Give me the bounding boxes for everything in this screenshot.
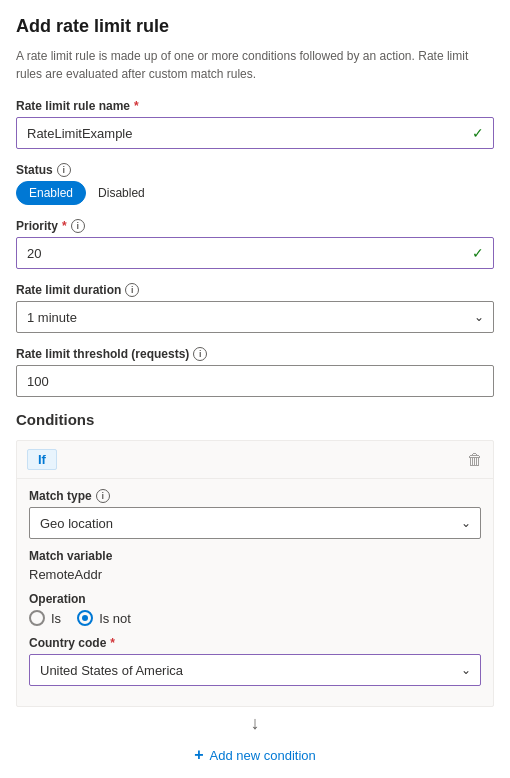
condition-body: Match type i Geo location IP address Req…: [17, 479, 493, 706]
rule-name-required: *: [134, 99, 139, 113]
operation-is-label: Is: [51, 611, 61, 626]
condition-header: If 🗑: [17, 441, 493, 479]
match-variable-value: RemoteAddr: [29, 567, 481, 582]
if-badge: If: [27, 449, 57, 470]
rate-limit-threshold-input[interactable]: [16, 365, 494, 397]
rate-limit-duration-label: Rate limit duration: [16, 283, 121, 297]
status-disabled-button[interactable]: Disabled: [86, 182, 157, 204]
match-type-select-wrapper: Geo location IP address Request header ⌄: [29, 507, 481, 539]
rate-limit-duration-select[interactable]: 1 minute 5 minutes: [16, 301, 494, 333]
arrow-connector-2: ↓: [16, 770, 494, 778]
match-type-field: Match type i Geo location IP address Req…: [29, 489, 481, 539]
condition-box: If 🗑 Match type i Geo location IP addres…: [16, 440, 494, 707]
rule-name-input[interactable]: [16, 117, 494, 149]
match-variable-label: Match variable: [29, 549, 112, 563]
operation-is-option[interactable]: Is: [29, 610, 61, 626]
priority-info-icon[interactable]: i: [71, 219, 85, 233]
rate-limit-duration-info-icon[interactable]: i: [125, 283, 139, 297]
operation-radio-group: Is Is not: [29, 610, 481, 626]
add-condition-container: + Add new condition: [16, 740, 494, 770]
match-variable-field: Match variable RemoteAddr: [29, 549, 481, 582]
country-code-select-wrapper: United States of America Canada United K…: [29, 654, 481, 686]
status-label: Status: [16, 163, 53, 177]
rate-limit-threshold-info-icon[interactable]: i: [193, 347, 207, 361]
match-type-select[interactable]: Geo location IP address Request header: [29, 507, 481, 539]
rate-limit-threshold-field: Rate limit threshold (requests) i: [16, 347, 494, 397]
priority-label: Priority: [16, 219, 58, 233]
operation-is-radio[interactable]: [29, 610, 45, 626]
add-condition-button[interactable]: + Add new condition: [188, 740, 322, 770]
arrow-down-icon-1: ↓: [251, 713, 260, 734]
rule-name-input-wrapper: ✓: [16, 117, 494, 149]
priority-field: Priority * i ✓: [16, 219, 494, 269]
rule-name-field: Rate limit rule name * ✓: [16, 99, 494, 149]
rate-limit-duration-select-wrapper: 1 minute 5 minutes ⌄: [16, 301, 494, 333]
country-code-field: Country code * United States of America …: [29, 636, 481, 686]
status-field: Status i Enabled Disabled: [16, 163, 494, 205]
match-type-label: Match type: [29, 489, 92, 503]
status-info-icon[interactable]: i: [57, 163, 71, 177]
conditions-title: Conditions: [16, 411, 494, 428]
operation-is-not-radio[interactable]: [77, 610, 93, 626]
priority-checkmark: ✓: [472, 245, 484, 261]
priority-input[interactable]: [16, 237, 494, 269]
rule-name-label: Rate limit rule name: [16, 99, 130, 113]
add-condition-label: Add new condition: [210, 748, 316, 763]
operation-is-not-option[interactable]: Is not: [77, 610, 131, 626]
rule-name-checkmark: ✓: [472, 125, 484, 141]
delete-condition-icon[interactable]: 🗑: [467, 451, 483, 469]
match-type-info-icon[interactable]: i: [96, 489, 110, 503]
priority-input-wrapper: ✓: [16, 237, 494, 269]
status-toggle: Enabled Disabled: [16, 181, 494, 205]
country-code-select[interactable]: United States of America Canada United K…: [29, 654, 481, 686]
operation-is-not-dot: [82, 615, 88, 621]
status-enabled-button[interactable]: Enabled: [16, 181, 86, 205]
rate-limit-duration-field: Rate limit duration i 1 minute 5 minutes…: [16, 283, 494, 333]
page-title: Add rate limit rule: [16, 16, 494, 37]
rate-limit-threshold-label: Rate limit threshold (requests): [16, 347, 189, 361]
operation-label: Operation: [29, 592, 86, 606]
country-code-required: *: [110, 636, 115, 650]
priority-required: *: [62, 219, 67, 233]
country-code-label: Country code: [29, 636, 106, 650]
add-condition-plus-icon: +: [194, 746, 203, 764]
operation-is-not-label: Is not: [99, 611, 131, 626]
operation-field: Operation Is Is not: [29, 592, 481, 626]
arrow-connector-1: ↓: [16, 707, 494, 740]
page-description: A rate limit rule is made up of one or m…: [16, 47, 494, 83]
